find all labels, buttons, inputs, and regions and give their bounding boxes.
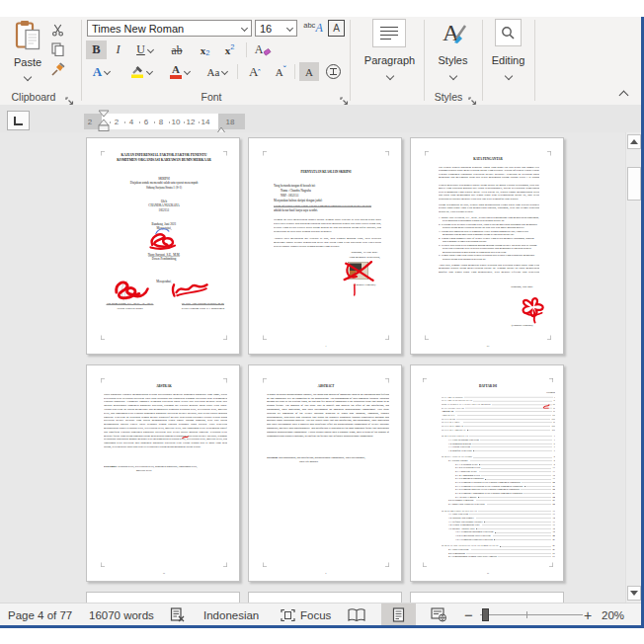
zoom-slider-handle[interactable] [482,608,489,621]
enclose-characters-button[interactable] [322,62,344,81]
ink-scribble [114,278,149,302]
zoom-slider-midtick [526,611,527,618]
document-canvas[interactable]: KAJIAN INFERENSIAL FAKTOR-FAKTOR PENENTU… [0,132,644,603]
bold-button[interactable]: B [86,40,107,59]
paste-dropdown-chevron[interactable] [24,73,32,81]
underline-button[interactable]: U [129,40,160,59]
page-thumbnail[interactable]: KAJIAN INFERENSIAL FAKTOR-FAKTOR PENENTU… [86,137,240,355]
subscript-button[interactable]: x2 [194,40,216,59]
page-thumbnail[interactable]: ABSTRAKSuatu organisasi tentunya menghar… [86,364,240,582]
scroll-down-button[interactable] [627,586,641,601]
cut-icon [51,24,64,37]
font-dialog-launcher[interactable] [340,92,350,102]
editing-button[interactable]: Editing [482,17,534,88]
page-thumbnail-partial[interactable] [86,592,240,603]
clipboard-dialog-launcher[interactable] [65,92,75,102]
font-name-value: Times New Roman [92,23,184,35]
page-content: PERNYATAAN KEASLIAN SKRIPSIYang bertanda… [249,138,403,356]
page-thumbnail-partial[interactable] [410,592,564,603]
page-text-block: In order to ensure organizational conduc… [267,392,389,448]
character-shading-button[interactable]: A [299,62,319,81]
copy-icon [51,42,64,56]
word-count[interactable]: 16070 words [89,604,154,626]
crop-mark [423,563,427,567]
scrollbar-thumb[interactable] [627,167,641,201]
collapse-ribbon-chevron[interactable] [620,90,630,98]
font-size-combo[interactable]: 16 [255,20,297,37]
font-color-button[interactable]: A [165,62,195,81]
styles-dialog-launcher[interactable] [468,92,478,102]
strikethrough-glyph: ab [172,44,183,56]
tab-selector[interactable] [7,111,30,130]
page-content: ABSTRACTIn order to ensure organizationa… [249,365,403,583]
font-size-value: 16 [260,23,272,35]
character-shading-glyph: A [305,66,313,78]
zoom-out-button[interactable]: − [464,604,473,626]
format-painter-button[interactable] [48,61,66,78]
page-thumbnail[interactable]: ABSTRACTIn order to ensure organizationa… [248,364,402,582]
ruler-number: 8 [159,118,163,126]
crop-mark [263,336,267,340]
read-mode-button[interactable] [348,604,365,626]
page-number: vi [411,571,565,574]
scrollbar-track[interactable] [625,132,642,603]
page-thumbnail[interactable]: DAFTAR ISIHalamanHALAMAN JUDULiHALAMAN P… [410,364,564,582]
page-text-block: Puji syukur penulis panjatkan kehadirat … [439,165,539,179]
highlight-color-button[interactable] [125,62,157,81]
font-name-combo[interactable]: Times New Roman [87,20,252,37]
clear-formatting-button[interactable]: A [251,40,277,59]
crop-mark [101,563,105,567]
zoom-slider-track[interactable] [480,614,583,615]
crop-mark [385,563,389,567]
editing-icon [495,19,522,46]
page-number: 1 [249,344,403,347]
page-text-block: KAJIAN INFERENSIAL FAKTOR-FAKTOR PENENTU… [97,153,231,163]
zoom-in-button[interactable]: + [584,604,592,626]
page-text-block: Dalam kesempatan ini pula, penulis ingin… [439,202,539,213]
page-thumbnail[interactable]: KATA PENGANTARPuji syukur penulis panjat… [410,137,564,355]
paste-icon [15,20,41,56]
print-layout-button[interactable] [381,604,416,626]
superscript-button[interactable]: x2 [218,40,241,59]
page-number: v [249,571,403,574]
page-thumbnail[interactable]: PERNYATAAN KEASLIAN SKRIPSIYang bertanda… [248,137,402,355]
ink-scribble [171,282,209,297]
language-indicator[interactable]: Indonesian [203,604,259,626]
ruler-number: 4 [129,118,133,126]
page-text-block: Kata kunci: kepuasan kerja, keterlibatan… [104,464,227,472]
text-effects-button[interactable]: A [87,62,116,81]
page-text-block: Yang bertanda tangan di bawah ini:Nama :… [274,183,381,212]
clipboard-group-label: Clipboard [2,91,65,104]
focus-button[interactable]: Focus [281,604,331,626]
paste-button[interactable]: Paste [6,18,49,89]
copy-button[interactable] [48,41,66,56]
character-border-button[interactable]: A [328,20,345,37]
ruler: 2246810121418 [0,105,644,132]
page-thumbnail-partial[interactable] [248,592,402,603]
change-case-glyph: Aa [207,66,220,78]
ribbon-home: Paste Clipboard Times New Roman 16 abcA … [0,17,644,106]
grow-font-button[interactable]: Aˇ [242,62,268,81]
crop-mark [549,378,553,382]
strikethrough-button[interactable]: ab [164,40,190,59]
italic-button[interactable]: I [110,40,126,59]
page-text-block: Akhir kata, semoga Tuhan membalas segala… [439,263,539,274]
text-effects-a: A [93,64,102,80]
phonetic-guide-button[interactable]: abcA [300,19,326,38]
styles-button[interactable]: A Styles [424,17,482,88]
crop-mark [101,336,105,340]
shrink-font-button[interactable]: Aˇ [269,62,292,81]
change-case-button[interactable]: Aa [202,62,232,81]
page-indicator[interactable]: Page 4 of 77 [8,604,72,626]
status-bar: Page 4 of 77 16070 words Indonesian Focu… [0,603,644,626]
page-text-block: DAFTAR ISI [421,383,555,388]
cut-button[interactable] [48,23,66,38]
zoom-percentage[interactable]: 20% [602,604,624,626]
shrink-font-a: A [276,66,283,78]
scroll-up-button[interactable] [627,134,641,149]
ruler-number: 12 [187,118,196,126]
proofing-status[interactable] [170,604,186,626]
page-text-block: 1. Bapak Yusy Setiawan, S.E., M.M., sela… [439,215,539,261]
paragraph-button[interactable]: Paragraph [356,17,424,88]
web-layout-button[interactable] [431,604,447,626]
